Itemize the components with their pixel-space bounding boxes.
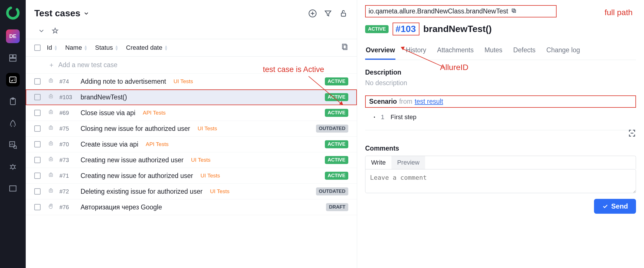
send-button[interactable]: Send <box>594 199 636 214</box>
table-row[interactable]: #73Creating new issue authorized userUI … <box>26 152 357 168</box>
table-row[interactable]: #70Create issue via apiAPI TestsACTIVE <box>26 137 357 152</box>
table-header: Id▲▼ Name▲▼ Status▲▼ Created date▲▼ <box>26 39 357 57</box>
lock-button[interactable] <box>339 9 348 18</box>
user-avatar[interactable]: DE <box>6 29 20 43</box>
automated-icon <box>47 109 54 117</box>
tab-attachments[interactable]: Attachments <box>437 43 474 60</box>
column-status[interactable]: Status▲▼ <box>95 44 119 51</box>
svg-rect-15 <box>49 79 53 82</box>
nav-more-icon[interactable] <box>6 181 20 195</box>
testcases-panel: Test cases Id▲▼ Name▲▼ <box>26 0 357 268</box>
table-row[interactable]: #71Creating new issue for authorized use… <box>26 168 357 184</box>
row-name: Creating new issue for authorized user <box>81 172 193 180</box>
nav-sidebar: DE <box>0 0 26 268</box>
detail-status-badge: ACTIVE <box>365 25 389 33</box>
svg-point-26 <box>51 128 52 128</box>
svg-point-32 <box>51 159 52 160</box>
row-status-badge: ACTIVE <box>325 172 348 180</box>
row-checkbox[interactable] <box>34 110 41 116</box>
svg-point-17 <box>51 81 52 81</box>
breadcrumb-text: io.qameta.allure.BrandNewClass.brandNewT… <box>369 7 508 15</box>
svg-rect-10 <box>10 186 16 191</box>
column-id[interactable]: Id▲▼ <box>47 44 58 51</box>
svg-point-29 <box>51 143 52 144</box>
detail-id: #103 <box>395 24 416 34</box>
svg-rect-18 <box>49 95 53 98</box>
svg-rect-36 <box>49 189 53 192</box>
panel-title-dropdown[interactable]: Test cases <box>34 8 89 19</box>
row-id: #71 <box>59 173 75 179</box>
column-name[interactable]: Name▲▼ <box>65 44 88 51</box>
automated-icon <box>47 93 54 101</box>
svg-point-37 <box>50 191 51 191</box>
svg-point-25 <box>50 128 51 128</box>
svg-point-23 <box>51 112 52 113</box>
table-row[interactable]: #69Close issue via apiAPI TestsACTIVE <box>26 105 357 121</box>
row-checkbox[interactable] <box>34 204 41 210</box>
app-logo[interactable] <box>6 6 20 21</box>
row-name: Creating new issue authorized user <box>81 156 184 164</box>
row-status-badge: OUTDATED <box>316 125 348 133</box>
detail-title: brandNewTest() <box>423 24 492 34</box>
row-checkbox[interactable] <box>34 94 41 100</box>
tab-mutes[interactable]: Mutes <box>484 43 503 60</box>
row-id: #75 <box>59 125 75 132</box>
comment-tab-write[interactable]: Write <box>365 156 391 169</box>
columns-settings-button[interactable] <box>341 43 348 52</box>
table-row[interactable]: #103brandNewTest()ACTIVE <box>26 89 357 105</box>
favorite-button[interactable] <box>51 27 59 36</box>
table-row[interactable]: #75Closing new issue for authorized user… <box>26 121 357 137</box>
scenario-source-link[interactable]: test result <box>415 98 443 105</box>
row-status-badge: OUTDATED <box>316 187 348 195</box>
row-id: #73 <box>59 157 75 163</box>
svg-rect-2 <box>13 55 16 58</box>
select-all-checkbox[interactable] <box>34 45 41 51</box>
table-row[interactable]: #72Deleting existing issue for authorize… <box>26 184 357 199</box>
description-label: Description <box>365 69 636 76</box>
row-name: Closing new issue for authorized user <box>81 125 190 133</box>
row-name: Авторизация через Google <box>81 203 162 211</box>
column-created[interactable]: Created date▲▼ <box>126 44 168 51</box>
row-checkbox[interactable] <box>34 141 41 147</box>
add-button[interactable] <box>308 9 317 18</box>
row-tag: UI Tests <box>191 157 211 163</box>
automated-icon <box>47 77 54 86</box>
nav-defects-icon[interactable] <box>6 160 20 173</box>
nav-clipboard-icon[interactable] <box>6 95 20 108</box>
svg-point-28 <box>50 143 51 144</box>
row-checkbox[interactable] <box>34 188 41 195</box>
svg-point-8 <box>14 146 17 149</box>
svg-rect-1 <box>10 55 13 58</box>
comment-textarea[interactable] <box>365 169 636 193</box>
row-checkbox[interactable] <box>34 125 41 132</box>
expand-scenario-button[interactable] <box>628 129 636 139</box>
comment-tabs: Write Preview <box>365 156 636 169</box>
manual-icon <box>47 203 54 211</box>
svg-rect-30 <box>49 158 53 161</box>
nav-dashboard-icon[interactable] <box>6 51 20 65</box>
row-name: Create issue via api <box>81 141 138 148</box>
filter-button[interactable] <box>323 9 333 18</box>
table-row[interactable]: #74Adding note to advertisementUI TestsA… <box>26 74 357 89</box>
table-row[interactable]: #76Авторизация через GoogleDRAFT <box>26 199 357 215</box>
copy-breadcrumb-button[interactable] <box>511 7 517 15</box>
collapse-tree-button[interactable] <box>38 27 45 36</box>
svg-point-0 <box>6 6 20 20</box>
nav-analytics-icon[interactable] <box>6 138 20 152</box>
row-name: Close issue via api <box>81 109 135 117</box>
nav-launches-icon[interactable] <box>6 116 20 130</box>
tab-overview[interactable]: Overview <box>365 43 395 60</box>
tab-change-log[interactable]: Change log <box>546 43 581 60</box>
row-checkbox[interactable] <box>34 157 41 163</box>
row-checkbox[interactable] <box>34 173 41 179</box>
comment-tab-preview[interactable]: Preview <box>391 156 425 169</box>
check-icon <box>602 203 608 209</box>
row-checkbox[interactable] <box>34 78 41 85</box>
svg-rect-27 <box>49 142 53 145</box>
row-status-badge: DRAFT <box>326 203 348 211</box>
nav-testcases-icon[interactable] <box>6 73 20 87</box>
tab-defects[interactable]: Defects <box>513 43 536 60</box>
row-status-badge: ACTIVE <box>325 140 348 148</box>
annotation-active-label: test case is Active <box>263 65 324 74</box>
svg-point-20 <box>51 96 52 97</box>
